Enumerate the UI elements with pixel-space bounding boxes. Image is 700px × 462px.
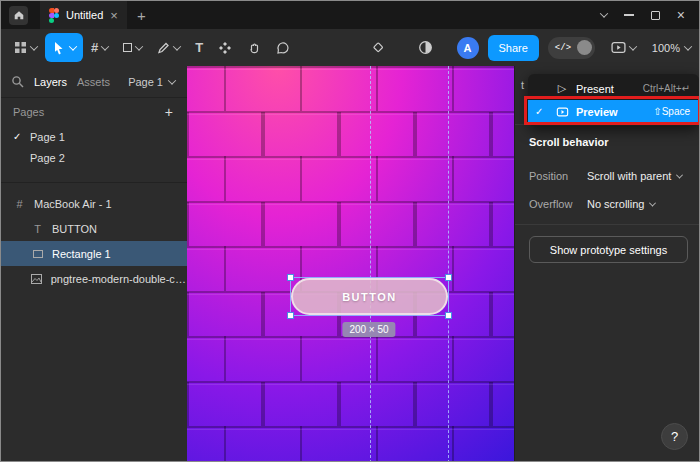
dev-mode-icon: </> — [555, 43, 571, 53]
layer-label: Rectangle 1 — [52, 248, 111, 260]
checkmark-icon: ✓ — [535, 106, 548, 117]
toolbar-right-group: A Share </> 100% — [457, 29, 692, 66]
file-tab[interactable]: Untitled × — [40, 1, 127, 29]
preview-play-icon — [554, 106, 570, 118]
rectangle-layer-icon — [31, 250, 44, 258]
layer-frame-macbook[interactable]: # MacBook Air - 1 — [1, 191, 187, 216]
figma-app-window: Untitled × + × # — [0, 0, 700, 462]
comment-tool-button[interactable] — [269, 33, 297, 62]
window-controls: × — [601, 8, 699, 22]
layer-label: pngtree-modern-double-color... — [51, 273, 187, 285]
window-close-icon[interactable]: × — [677, 8, 685, 22]
image-layer-icon — [31, 274, 43, 284]
page-item-2[interactable]: Page 2 — [1, 147, 187, 168]
page-item-label: Page 2 — [30, 152, 65, 164]
home-button[interactable] — [9, 6, 28, 25]
position-dropdown[interactable]: Scroll with parent — [587, 170, 682, 182]
panel-partial-text: t — [521, 79, 524, 91]
main-menu-button[interactable] — [7, 33, 44, 62]
layers-list: # MacBook Air - 1 T BUTTON Rectangle 1 p… — [1, 182, 187, 291]
frame-tool-icon: # — [91, 40, 98, 55]
shape-tool-button[interactable] — [116, 33, 149, 62]
window-chevron-down-icon[interactable] — [600, 9, 608, 17]
text-tool-button[interactable]: T — [188, 33, 210, 62]
zoom-menu[interactable]: 100% — [652, 42, 691, 54]
tab-layers[interactable]: Layers — [34, 76, 67, 88]
chevron-down-icon — [684, 42, 692, 50]
resize-handle-top-left[interactable] — [287, 274, 294, 281]
mask-contrast-button[interactable] — [411, 33, 440, 62]
tab-title: Untitled — [66, 9, 103, 21]
edit-object-button[interactable] — [364, 33, 393, 62]
tab-assets[interactable]: Assets — [77, 76, 110, 88]
window-maximize-icon[interactable] — [651, 11, 660, 20]
chevron-down-icon — [135, 42, 143, 50]
zoom-level: 100% — [652, 42, 680, 54]
share-button[interactable]: Share — [488, 35, 539, 61]
chevron-down-icon — [101, 42, 109, 50]
canvas-button-element[interactable]: BUTTON — [291, 278, 448, 315]
components-diamonds-icon — [218, 41, 232, 55]
toggle-knob — [577, 40, 592, 55]
scroll-behavior-title: Scroll behavior — [529, 136, 608, 148]
pen-icon — [157, 41, 170, 54]
window-minimize-icon[interactable] — [624, 14, 634, 16]
left-sidebar: Layers Assets Page 1 Pages + ✓ Page 1 Pa… — [1, 66, 187, 462]
help-button[interactable]: ? — [661, 423, 688, 450]
search-icon[interactable] — [11, 75, 24, 88]
layer-rectangle-1[interactable]: Rectangle 1 — [1, 241, 187, 266]
menu-item-present[interactable]: ▷ Present Ctrl+Alt+↵ — [528, 77, 699, 100]
text-tool-icon: T — [195, 40, 203, 55]
brick-wall-artboard — [187, 66, 514, 462]
page-selector[interactable]: Page 1 — [128, 76, 175, 88]
overflow-label: Overflow — [529, 198, 572, 210]
checkmark-icon: ✓ — [13, 131, 30, 142]
chevron-down-icon — [676, 171, 683, 178]
figma-logo-icon — [49, 8, 59, 23]
dev-mode-toggle[interactable]: </> — [548, 37, 595, 59]
page-item-1[interactable]: ✓ Page 1 — [1, 126, 187, 147]
text-layer-icon: T — [31, 223, 44, 235]
show-prototype-settings-button[interactable]: Show prototype settings — [529, 236, 688, 263]
frame-tool-button[interactable]: # — [84, 33, 115, 62]
chevron-down-icon — [30, 42, 38, 50]
new-tab-button[interactable]: + — [137, 7, 146, 24]
chevron-down-icon — [168, 76, 176, 84]
menu-item-preview[interactable]: ✓ Preview ⇧Space — [528, 100, 699, 123]
divider — [515, 224, 700, 225]
resize-handle-top-right[interactable] — [445, 274, 452, 281]
position-label: Position — [529, 170, 568, 182]
move-cursor-icon — [52, 41, 66, 55]
pages-header-label: Pages — [13, 106, 44, 118]
preview-play-icon — [611, 40, 626, 55]
layer-label: BUTTON — [52, 223, 97, 235]
add-page-button[interactable]: + — [165, 104, 173, 120]
menu-item-label: Preview — [576, 106, 618, 118]
hand-tool-button[interactable] — [240, 33, 268, 62]
layer-text-button[interactable]: T BUTTON — [1, 216, 187, 241]
resources-tool-button[interactable] — [211, 33, 239, 62]
pen-tool-button[interactable] — [150, 33, 187, 62]
page-selector-label: Page 1 — [128, 76, 163, 88]
resize-handle-bottom-left[interactable] — [287, 312, 294, 319]
avatar[interactable]: A — [457, 37, 479, 59]
sidebar-tabs: Layers Assets Page 1 — [1, 66, 187, 98]
tab-close-icon[interactable]: × — [110, 9, 118, 22]
chevron-down-icon — [173, 42, 181, 50]
overflow-dropdown[interactable]: No scrolling — [587, 198, 655, 210]
rectangle-shape-icon — [123, 43, 132, 52]
preview-menu-button[interactable] — [604, 33, 643, 62]
chevron-down-icon — [69, 42, 77, 50]
canvas-button-label: BUTTON — [342, 291, 397, 303]
titlebar: Untitled × + × — [1, 1, 699, 29]
resize-handle-bottom-right[interactable] — [445, 312, 452, 319]
chevron-down-icon — [649, 199, 656, 206]
toolbar-left-group: # T — [7, 29, 297, 66]
move-tool-button[interactable] — [45, 33, 83, 62]
layer-image-pngtree[interactable]: pngtree-modern-double-color... — [1, 266, 187, 291]
layer-label: MacBook Air - 1 — [34, 198, 112, 210]
chevron-down-icon — [629, 42, 637, 50]
selected-object[interactable]: BUTTON — [291, 278, 448, 315]
home-icon — [13, 9, 25, 21]
canvas[interactable]: BUTTON 200 × 50 — [187, 66, 514, 462]
